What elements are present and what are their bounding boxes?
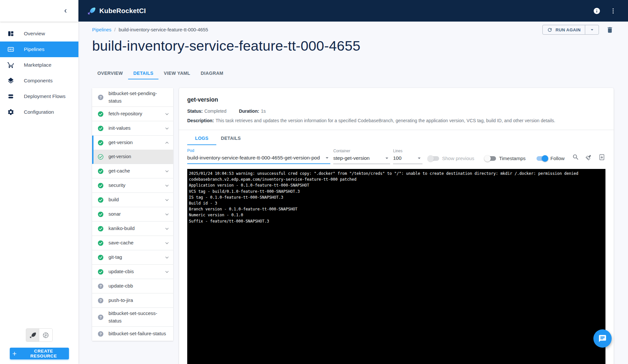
tab-diagram[interactable]: DIAGRAM [195,67,228,79]
task-block-push-to-jira: ?push-to-jira [92,293,173,308]
run-again-button[interactable]: RUN AGAIN [543,25,585,34]
follow-toggle[interactable]: Follow [537,156,565,161]
overview-icon [7,30,14,37]
task-row-git-tag[interactable]: git-tag [92,250,173,264]
task-row-get-version[interactable]: get-version [93,136,173,150]
sidebar-item-label: Components [24,78,53,84]
brand: KubeRocketCI [87,7,146,15]
task-row-update-cbis[interactable]: update-cbis [92,265,173,279]
description-label: Description: [187,118,214,123]
task-row-sonar[interactable]: sonar [92,207,173,221]
toggle-track[interactable] [485,156,496,161]
svg-text:?: ? [100,332,102,336]
task-label: security [108,180,159,191]
sidebar-item-configuration[interactable]: Configuration [0,104,78,120]
rocket-view-button[interactable] [26,329,39,341]
sidebar-item-label: Marketplace [24,62,51,68]
chevron-down-icon[interactable] [164,269,170,275]
chevron-down-icon[interactable] [164,226,170,232]
breadcrumb-pipelines-link[interactable]: Pipelines [92,27,111,32]
toggle-knob [542,155,548,162]
success-icon [97,111,104,117]
show-previous-toggle: Show previous [428,156,474,161]
subtab-details[interactable]: DETAILS [216,131,245,145]
log-line: 2025/01/24 10:04:53 warning: unsuccessfu… [189,171,603,176]
chevron-down-icon[interactable] [164,211,170,217]
deployment-flows-icon [7,93,14,100]
kubernetes-view-button[interactable] [39,329,52,341]
task-row-push-to-jira[interactable]: ?push-to-jira [92,293,173,307]
tab-overview[interactable]: OVERVIEW [92,67,128,79]
task-block-get-cache: get-cache [92,164,173,178]
subtab-logs[interactable]: LOGS [187,131,216,145]
task-block-save-cache: save-cache [92,236,173,250]
chat-fab-button[interactable] [593,329,612,348]
log-line: Application version - 0.1.0-feature-tt-0… [189,182,603,188]
brand-name: KubeRocketCI [99,7,146,15]
task-row-security[interactable]: security [92,178,173,192]
app-window: OverviewPipelinesMarketplaceComponentsDe… [0,0,628,364]
view-mode-toggle [26,328,53,342]
tab-details[interactable]: DETAILS [128,67,158,79]
clear-logs-icon[interactable] [585,154,592,161]
task-row-kaniko-build[interactable]: kaniko-build [92,222,173,236]
chevron-down-icon[interactable] [164,125,170,131]
top-app-bar: KubeRocketCI [78,0,628,22]
run-again-split-button: RUN AGAIN [542,25,599,35]
task-row-bitbucket-set-failure-status[interactable]: ?bitbucket-set-failure-status [92,327,173,341]
task-row-update-cbb[interactable]: ?update-cbb [92,279,173,293]
tab-view-yaml[interactable]: VIEW YAML [158,67,195,79]
chevron-down-icon[interactable] [164,240,170,246]
container-select[interactable]: step-get-version [333,155,390,164]
task-step-get-version[interactable]: get-version [93,150,173,164]
task-row-init-values[interactable]: init-values [92,121,173,135]
info-icon[interactable] [593,7,601,15]
timestamps-toggle[interactable]: Timestamps [485,156,525,161]
download-logs-icon[interactable] [598,154,605,161]
create-resource-button[interactable]: CREATE RESOURCE [10,348,69,359]
chevron-up-icon[interactable] [164,140,170,146]
task-row-get-cache[interactable]: get-cache [92,164,173,178]
log-line: codebasebranch.v2.edp.epam.com/inventory… [189,176,603,182]
lines-select[interactable]: 100 [393,155,422,164]
sidebar-item-deployment-flows[interactable]: Deployment Flows [0,89,78,104]
chevron-down-icon[interactable] [164,255,170,260]
sidebar-item-components[interactable]: Components [0,73,78,89]
task-row-build[interactable]: build [92,193,173,207]
container-label: Container [333,149,390,153]
delete-pipeline-button[interactable] [606,26,614,34]
run-again-label: RUN AGAIN [555,27,581,32]
container-select-field: Container step-get-version [333,149,390,164]
search-logs-icon[interactable] [572,154,579,161]
pending-icon: ? [97,314,104,321]
sidebar-item-overview[interactable]: Overview [0,26,78,41]
task-row-fetch-repository[interactable]: fetch-repository [92,107,173,121]
task-label: get-version [108,137,159,148]
pod-select[interactable]: build-inventory-service-feature-tt-000-4… [187,155,330,164]
success-icon [97,125,104,132]
task-row-save-cache[interactable]: save-cache [92,236,173,250]
log-terminal[interactable]: 2025/01/24 10:04:53 warning: unsuccessfu… [187,169,605,364]
success-icon [97,240,104,246]
chevron-down-icon[interactable] [164,183,170,189]
sidebar-item-marketplace[interactable]: Marketplace [0,57,78,73]
sidebar-collapse-button[interactable] [61,7,69,15]
lines-select-value: 100 [393,155,402,161]
pending-icon: ? [97,94,104,101]
chevron-down-icon[interactable] [164,197,170,203]
kebab-menu-icon[interactable] [609,7,617,15]
chevron-down-icon[interactable] [164,111,170,117]
run-again-dropdown-button[interactable] [585,25,599,34]
pod-select-field: Pod build-inventory-service-feature-tt-0… [187,148,330,164]
lines-label: Lines [393,149,422,153]
log-controls: Pod build-inventory-service-feature-tt-0… [179,145,614,164]
task-row-bitbucket-set-success-status[interactable]: ?bitbucket-set-success-status [92,308,173,326]
sidebar-header [0,0,78,22]
toggle-track[interactable] [537,156,548,161]
task-row-bitbucket-set-pending-status[interactable]: ?bitbucket-set-pending-status [92,88,173,107]
task-detail-title: get-version [187,96,605,103]
chevron-down-icon[interactable] [164,168,170,174]
components-icon [7,77,14,84]
log-line: Branch version - 0.1.0-feature-tt-000-SN… [189,206,603,212]
sidebar-item-pipelines[interactable]: Pipelines [0,41,78,57]
